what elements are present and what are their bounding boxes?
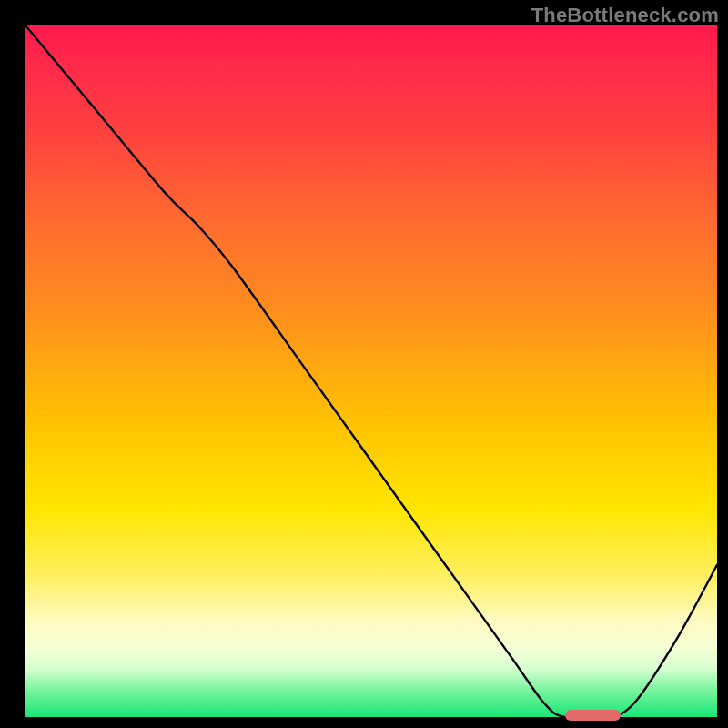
watermark-text: TheBottleneck.com	[531, 4, 719, 27]
chart-stage: TheBottleneck.com	[0, 0, 728, 728]
bottleneck-curve	[25, 25, 717, 717]
plot-area	[25, 25, 717, 717]
curve-layer	[25, 25, 717, 717]
optimal-marker	[565, 710, 621, 721]
